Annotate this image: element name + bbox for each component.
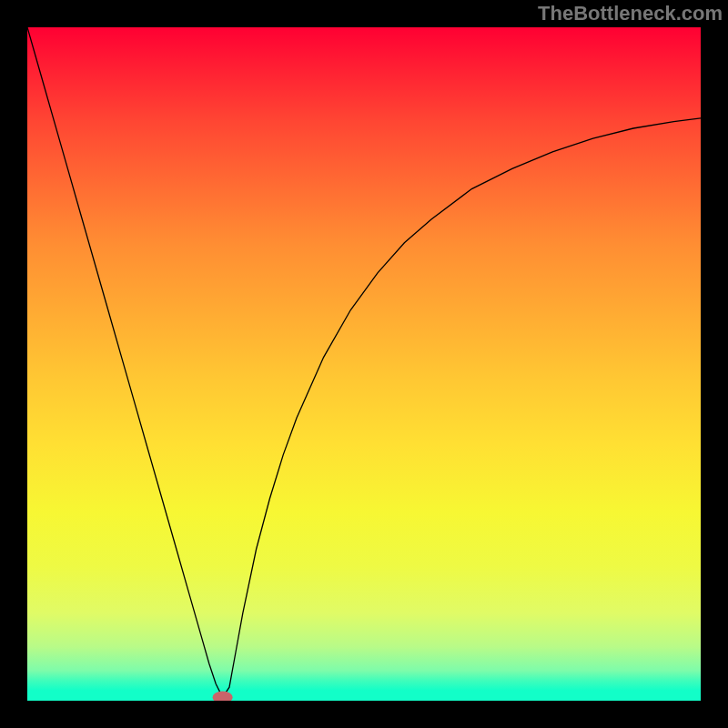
plot-svg <box>27 27 701 701</box>
bottleneck-curve <box>27 27 701 697</box>
chart-container: TheBottleneck.com <box>0 0 728 728</box>
plot-area <box>27 27 701 701</box>
minimum-marker <box>213 692 233 702</box>
watermark-text: TheBottleneck.com <box>538 4 723 24</box>
